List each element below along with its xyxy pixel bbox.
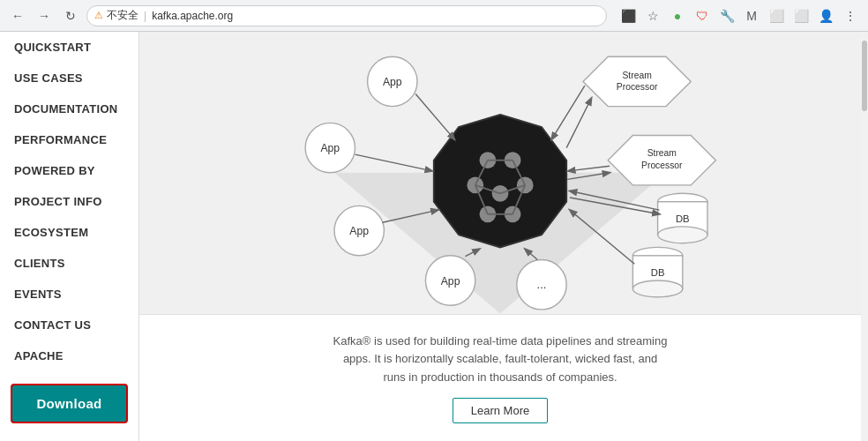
cast-icon[interactable]: ⬛	[617, 5, 639, 26]
scrollbar[interactable]	[861, 32, 868, 441]
security-label: 不安全	[107, 8, 138, 23]
sidebar-item-clients[interactable]: CLIENTS	[0, 248, 138, 279]
svg-marker-1	[434, 115, 566, 247]
content-area: App App App App ...	[139, 32, 861, 441]
sidebar-item-ecosystem[interactable]: ECOSYSTEM	[0, 217, 138, 248]
svg-text:Processor: Processor	[641, 161, 683, 170]
download-button[interactable]: Download	[11, 384, 128, 423]
sidebar-item-project-info[interactable]: PROJECT INFO	[0, 186, 138, 217]
svg-line-36	[566, 98, 591, 147]
diagram-area: App App App App ...	[139, 32, 861, 314]
sidebar-item-performance[interactable]: PERFORMANCE	[0, 124, 138, 155]
svg-text:App: App	[383, 76, 402, 88]
svg-point-5	[492, 185, 509, 202]
sidebar-item-contact-us[interactable]: CONTACT US	[0, 310, 138, 340]
sidebar-item-events[interactable]: EVENTS	[0, 279, 138, 310]
sidebar-item-apache[interactable]: APACHE	[0, 340, 138, 371]
learn-more-button[interactable]: Learn More	[453, 398, 548, 423]
sidebar-item-use-cases[interactable]: USE CASES	[0, 63, 138, 93]
twitter-handle[interactable]: 🐦 @apachekafka	[0, 432, 138, 441]
gmail-icon[interactable]: M	[741, 5, 762, 26]
sidebar: QUICKSTART USE CASES DOCUMENTATION PERFO…	[0, 32, 139, 441]
security-icon: ⚠	[94, 10, 103, 21]
bookmark-icon[interactable]: ☆	[642, 5, 663, 26]
svg-text:Processor: Processor	[617, 82, 658, 92]
svg-line-35	[551, 86, 585, 139]
url-text: kafka.apache.org	[152, 10, 233, 22]
toolbar-icons: ⬛ ☆ ● 🛡 🔧 M ⬜ ⬜ 👤 ⋮	[617, 5, 861, 26]
sidebar-item-documentation[interactable]: DOCUMENTATION	[0, 93, 138, 124]
back-button[interactable]: ←	[7, 5, 28, 26]
svg-text:...: ...	[537, 278, 547, 291]
menu-button[interactable]: ⋮	[840, 5, 861, 26]
svg-line-22	[355, 154, 431, 171]
profile-avatar[interactable]: 👤	[815, 5, 836, 26]
svg-text:DB: DB	[676, 213, 690, 224]
sidebar-item-powered-by[interactable]: POWERED BY	[0, 155, 138, 186]
svg-text:Stream: Stream	[647, 148, 677, 158]
svg-text:App: App	[320, 142, 340, 154]
svg-text:App: App	[349, 225, 369, 237]
kafka-diagram: App App App App ...	[139, 32, 861, 314]
browser-chrome: ← → ↻ ⚠ 不安全 | kafka.apache.org ⬛ ☆ ● 🛡 🔧…	[0, 0, 868, 32]
adblock-icon[interactable]: 🛡	[692, 5, 713, 26]
scrollbar-thumb[interactable]	[862, 41, 867, 111]
main-layout: QUICKSTART USE CASES DOCUMENTATION PERFO…	[0, 32, 868, 441]
sidebar-item-quickstart[interactable]: QUICKSTART	[0, 32, 138, 63]
forward-button[interactable]: →	[34, 5, 55, 26]
download-btn-container: Download	[0, 375, 138, 432]
address-bar[interactable]: ⚠ 不安全 | kafka.apache.org	[86, 5, 607, 26]
svg-text:App: App	[441, 275, 460, 288]
svg-text:DB: DB	[651, 267, 665, 278]
svg-text:Stream: Stream	[622, 71, 651, 80]
description-text: Kafka® is used for building real-time da…	[333, 333, 668, 387]
description-box: Kafka® is used for building real-time da…	[139, 314, 861, 441]
refresh-button[interactable]: ↻	[60, 5, 81, 26]
svg-point-50	[632, 280, 682, 297]
extension-icon3[interactable]: ⬜	[790, 5, 812, 26]
extension-icon2[interactable]: ⬜	[766, 5, 787, 26]
extension-icon1[interactable]: 🔧	[716, 5, 737, 26]
svg-line-19	[415, 94, 454, 140]
svg-point-44	[658, 227, 707, 243]
account-icon[interactable]: ●	[667, 5, 688, 26]
svg-line-40	[568, 166, 610, 171]
